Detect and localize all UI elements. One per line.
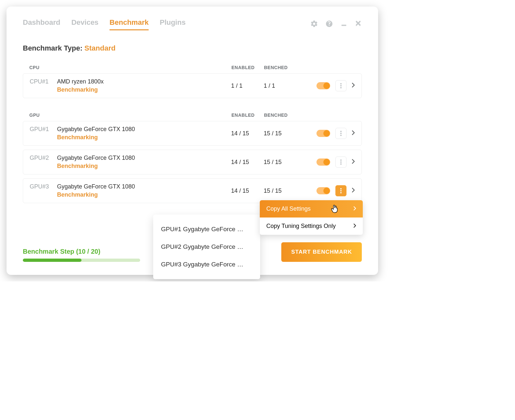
svg-point-6 bbox=[340, 135, 342, 136]
device-name: Gygabyte GeForce GTX 1080 bbox=[57, 155, 135, 161]
close-icon[interactable] bbox=[355, 20, 362, 29]
gear-icon[interactable] bbox=[310, 20, 318, 29]
col-benched: BENCHED bbox=[264, 112, 303, 118]
device-row-gpu2: GPU#2 Gygabyte GeForce GTX 1080 Benchmar… bbox=[23, 150, 362, 174]
enable-toggle[interactable] bbox=[316, 158, 330, 166]
benched-value: 15 / 15 bbox=[264, 188, 303, 194]
col-benched: BENCHED bbox=[264, 65, 303, 70]
svg-point-7 bbox=[340, 159, 342, 161]
enabled-value: 14 / 15 bbox=[231, 130, 264, 137]
svg-point-9 bbox=[340, 163, 342, 165]
svg-point-2 bbox=[340, 85, 342, 86]
minimize-icon[interactable] bbox=[340, 20, 347, 29]
device-row-gpu1: GPU#1 Gygabyte GeForce GTX 1080 Benchmar… bbox=[23, 121, 362, 146]
benchmark-progress: Benchmark Step (10 / 20) bbox=[23, 248, 140, 262]
col-enabled: ENABLED bbox=[231, 65, 264, 70]
svg-point-8 bbox=[340, 161, 342, 163]
progress-label: Benchmark Step (10 / 20) bbox=[23, 248, 140, 255]
main-tabs: Dashboard Devices Benchmark Plugins bbox=[23, 18, 185, 30]
svg-point-12 bbox=[340, 192, 342, 193]
device-name: Gygabyte GeForce GTX 1080 bbox=[57, 126, 135, 133]
chevron-right-icon[interactable] bbox=[352, 188, 355, 194]
device-row-cpu1: CPU#1 AMD ryzen 1800x Benchmarking 1 / 1… bbox=[23, 73, 362, 98]
device-status: Benchmarking bbox=[57, 163, 135, 170]
start-benchmark-button[interactable]: START BENCHMARK bbox=[281, 242, 362, 262]
enabled-value: 1 / 1 bbox=[231, 82, 264, 89]
svg-point-3 bbox=[340, 87, 342, 88]
svg-point-4 bbox=[340, 131, 342, 132]
svg-point-11 bbox=[340, 190, 342, 191]
menu-copy-all-settings[interactable]: Copy All Settings bbox=[260, 200, 363, 218]
svg-rect-0 bbox=[342, 24, 346, 26]
window-controls bbox=[310, 20, 362, 29]
copy-target-submenu: GPU#1 Gygabyte GeForce … GPU#2 Gygabyte … bbox=[153, 215, 260, 279]
enable-toggle[interactable] bbox=[316, 82, 330, 89]
menu-item-label: Copy Tuning Settings Only bbox=[266, 223, 336, 230]
menu-item-label: Copy All Settings bbox=[266, 205, 311, 212]
submenu-item-gpu1[interactable]: GPU#1 Gygabyte GeForce … bbox=[153, 220, 260, 238]
benched-value: 15 / 15 bbox=[264, 130, 303, 137]
device-id: GPU#3 bbox=[30, 183, 52, 190]
cursor-hand-icon bbox=[331, 205, 338, 215]
app-window: Dashboard Devices Benchmark Plugins Benc… bbox=[7, 7, 378, 275]
chevron-right-icon[interactable] bbox=[352, 130, 355, 137]
svg-point-1 bbox=[340, 83, 342, 84]
tab-benchmark[interactable]: Benchmark bbox=[110, 18, 149, 30]
benchmark-type-label: Benchmark Type: bbox=[23, 44, 84, 52]
chevron-right-icon[interactable] bbox=[352, 82, 355, 89]
col-gpu: GPU bbox=[29, 112, 231, 118]
device-id: GPU#2 bbox=[30, 155, 52, 161]
header-row: Dashboard Devices Benchmark Plugins bbox=[23, 18, 362, 30]
device-status: Benchmarking bbox=[57, 134, 135, 141]
col-enabled: ENABLED bbox=[231, 112, 264, 118]
enabled-value: 14 / 15 bbox=[231, 188, 264, 194]
col-cpu: CPU bbox=[29, 65, 231, 70]
menu-copy-tuning-only[interactable]: Copy Tuning Settings Only bbox=[260, 218, 363, 235]
chevron-right-icon bbox=[353, 223, 356, 230]
enable-toggle[interactable] bbox=[316, 187, 330, 194]
submenu-item-gpu3[interactable]: GPU#3 Gygabyte GeForce … bbox=[153, 256, 260, 273]
progress-bar bbox=[23, 259, 140, 262]
device-name: AMD ryzen 1800x bbox=[57, 78, 104, 85]
benchmark-type: Benchmark Type: Standard bbox=[23, 44, 362, 52]
row-menu-button[interactable] bbox=[335, 128, 346, 139]
row-menu-button[interactable] bbox=[335, 157, 346, 168]
progress-fill bbox=[23, 259, 81, 262]
row-menu-button[interactable] bbox=[335, 80, 346, 91]
gpu-section-header: GPU ENABLED BENCHED bbox=[23, 109, 362, 121]
enable-toggle[interactable] bbox=[316, 130, 330, 137]
device-id: CPU#1 bbox=[30, 78, 52, 85]
device-status: Benchmarking bbox=[57, 86, 104, 93]
enabled-value: 14 / 15 bbox=[231, 159, 264, 166]
svg-point-5 bbox=[340, 133, 342, 134]
benched-value: 15 / 15 bbox=[264, 159, 303, 166]
svg-point-10 bbox=[340, 188, 342, 189]
row-menu-button[interactable] bbox=[335, 185, 346, 196]
tab-devices[interactable]: Devices bbox=[71, 18, 98, 30]
benched-value: 1 / 1 bbox=[264, 82, 303, 89]
help-icon[interactable] bbox=[325, 20, 333, 29]
tab-plugins[interactable]: Plugins bbox=[160, 18, 185, 30]
device-name: Gygabyte GeForce GTX 1080 bbox=[57, 183, 135, 190]
submenu-item-gpu2[interactable]: GPU#2 Gygabyte GeForce … bbox=[153, 238, 260, 256]
tab-dashboard[interactable]: Dashboard bbox=[23, 18, 60, 30]
benchmark-type-value: Standard bbox=[84, 44, 115, 52]
device-row-gpu3: GPU#3 Gygabyte GeForce GTX 1080 Benchmar… bbox=[23, 178, 362, 203]
row-context-menu: Copy All Settings Copy Tuning Settings O… bbox=[260, 200, 363, 235]
device-id: GPU#1 bbox=[30, 126, 52, 133]
cpu-section-header: CPU ENABLED BENCHED bbox=[23, 62, 362, 73]
device-status: Benchmarking bbox=[57, 191, 135, 198]
chevron-right-icon bbox=[353, 205, 356, 212]
chevron-right-icon[interactable] bbox=[352, 159, 355, 165]
